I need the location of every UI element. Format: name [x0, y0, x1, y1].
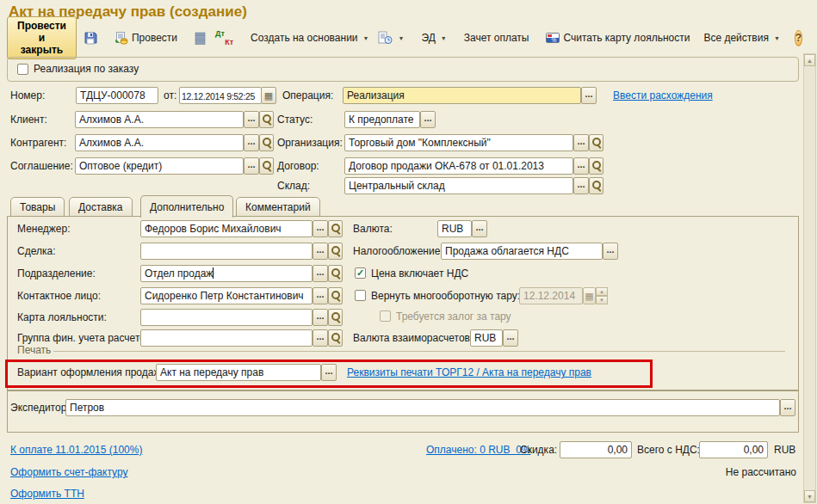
fin-settlement-group-magnifier-icon[interactable] [328, 329, 343, 347]
organization-field[interactable]: Торговый дом "Комплексный" [344, 134, 573, 151]
discount-field[interactable]: 0,00 [560, 441, 632, 458]
currency-select-button[interactable]: ... [472, 220, 487, 237]
scroll-down-icon[interactable]: ▼ [804, 490, 815, 502]
number-label: Номер: [10, 87, 45, 104]
make-invoice-link[interactable]: Оформить счет-фактуру [10, 464, 127, 481]
post-button-label: Провести [132, 32, 177, 44]
organization-select-button[interactable]: ... [573, 134, 589, 151]
loyalty-card-select-button[interactable]: ... [313, 309, 328, 326]
loyalty-card-magnifier-icon[interactable] [328, 309, 343, 326]
contract-magnifier-icon[interactable] [589, 157, 603, 175]
tab-comment[interactable]: Комментарий [236, 197, 320, 217]
forwarder-select-button[interactable]: ... [780, 399, 795, 416]
tab-delivery[interactable]: Доставка [69, 197, 133, 217]
spin-down-icon: ▼ [596, 296, 608, 304]
department-magnifier-icon[interactable] [328, 265, 343, 282]
taxation-field[interactable]: Продажа облагается НДС [441, 243, 603, 260]
currency-label: Валюта: [353, 220, 393, 237]
save-button[interactable] [81, 29, 100, 46]
status-label: Статус: [277, 111, 313, 128]
deal-magnifier-icon[interactable] [328, 243, 343, 260]
settlement-currency-label: Валюта взаиморасчетов: [353, 329, 473, 347]
operation-field[interactable]: Реализация [343, 87, 581, 104]
contract-label: Договор: [277, 157, 319, 175]
vertical-scrollbar[interactable]: ▲ ▼ [803, 53, 816, 503]
discount-label: Скидка: [520, 441, 557, 458]
counterparty-field[interactable]: Алхимов А.А. [75, 134, 244, 151]
all-actions-button[interactable]: Все действия ▼ [701, 30, 782, 46]
chevron-down-icon: ▼ [398, 35, 404, 41]
operation-select-button[interactable]: ... [581, 87, 597, 104]
organization-magnifier-icon[interactable] [589, 134, 603, 151]
price-includes-vat-label: Цена включает НДС [371, 265, 468, 282]
currency-field[interactable]: RUB [437, 220, 472, 237]
dt-kt-button[interactable]: ДтКт [213, 29, 236, 46]
warehouse-select-button[interactable]: ... [573, 177, 589, 194]
warehouse-field[interactable]: Центральный склад [344, 177, 573, 194]
contract-field[interactable]: Договор продажи ОКА-678 от 01.01.2013 [344, 157, 573, 175]
loyalty-card-field[interactable] [140, 309, 313, 326]
print-details-link[interactable]: Реквизиты печати ТОРГ12 / Акта на переда… [347, 364, 591, 381]
sale-registration-field[interactable]: Акт на передачу прав [156, 364, 321, 381]
client-magnifier-icon[interactable] [259, 111, 274, 128]
return-container-date-field: 12.12.2014 [519, 287, 583, 304]
manager-magnifier-icon[interactable] [328, 220, 343, 237]
manager-field[interactable]: Федоров Борис Михайлович [140, 220, 313, 237]
warehouse-label: Склад: [277, 177, 310, 194]
help-button[interactable]: ? [795, 30, 802, 46]
settlement-currency-select-button[interactable]: ... [503, 329, 518, 347]
enter-discrepancies-link[interactable]: Ввести расхождения [613, 87, 713, 104]
total-with-vat-field[interactable]: 0,00 [699, 441, 768, 458]
client-label: Клиент: [10, 111, 47, 128]
return-container-checkbox[interactable] [355, 290, 366, 301]
fin-settlement-group-select-button[interactable]: ... [313, 329, 328, 347]
counterparty-select-button[interactable]: ... [244, 134, 259, 151]
movements-list-button[interactable] [192, 29, 208, 46]
counterparty-magnifier-icon[interactable] [259, 134, 274, 151]
reports-button[interactable]: ▼ [375, 29, 406, 46]
contract-select-button[interactable]: ... [573, 157, 589, 175]
department-select-button[interactable]: ... [313, 265, 328, 282]
make-ttn-link[interactable]: Оформить ТТН [10, 485, 84, 502]
tab-additional[interactable]: Дополнительно [140, 195, 233, 218]
manager-select-button[interactable]: ... [313, 220, 328, 237]
agreement-magnifier-icon[interactable] [259, 157, 274, 175]
taxation-label: Налогообложение: [353, 243, 443, 260]
read-loyalty-card-button[interactable]: % Считать карту лояльности [543, 30, 692, 46]
price-includes-vat-checkbox[interactable]: ✓ [355, 267, 366, 279]
sale-registration-select-button[interactable]: ... [321, 364, 337, 381]
payment-offset-button[interactable]: Зачет оплаты [461, 30, 532, 46]
fin-settlement-group-field[interactable] [140, 329, 313, 347]
order-flag-checkbox[interactable] [17, 64, 28, 75]
deal-label: Сделка: [17, 243, 55, 260]
deal-field[interactable] [140, 243, 313, 260]
agreement-select-button[interactable]: ... [244, 157, 259, 175]
status-field[interactable]: К предоплате [344, 111, 420, 128]
post-button[interactable]: Провести [112, 29, 180, 46]
tab-goods[interactable]: Товары [10, 197, 65, 217]
forwarder-field[interactable]: Петров [65, 399, 780, 416]
department-field[interactable]: Отдел продаж [140, 265, 313, 282]
ed-button[interactable]: ЭД ▼ [418, 30, 449, 46]
post-and-close-button[interactable]: Провести и закрыть [7, 16, 77, 59]
contact-person-select-button[interactable]: ... [313, 287, 328, 304]
settlement-currency-field[interactable]: RUB [470, 329, 503, 347]
create-based-on-label: Создать на основании [251, 32, 358, 44]
contact-person-magnifier-icon[interactable] [328, 287, 343, 304]
scroll-up-icon[interactable]: ▲ [804, 54, 815, 66]
status-select-button[interactable]: ... [420, 111, 436, 128]
taxation-select-button[interactable]: ... [603, 243, 618, 260]
paid-link[interactable]: Оплачено: 0 RUB 0% [426, 441, 531, 458]
number-field[interactable]: ТДЦУ-000078 [76, 87, 158, 104]
calendar-icon[interactable]: ▦ [261, 87, 276, 104]
create-based-on-button[interactable]: Создать на основании ▼ [248, 30, 371, 46]
client-field[interactable]: Алхимов А.А. [75, 111, 244, 128]
contact-person-field[interactable]: Сидоренко Петр Константинович [140, 287, 313, 304]
payment-due-link[interactable]: К оплате 11.01.2015 (100%) [10, 441, 142, 458]
agreement-field[interactable]: Оптовое (кредит) [75, 157, 244, 175]
warehouse-magnifier-icon[interactable] [589, 177, 603, 194]
dt-kt-icon: ДтКт [215, 31, 233, 45]
date-field[interactable]: 12.12.2014 9:52:25 [179, 87, 262, 104]
client-select-button[interactable]: ... [244, 111, 259, 128]
deal-select-button[interactable]: ... [313, 243, 328, 260]
